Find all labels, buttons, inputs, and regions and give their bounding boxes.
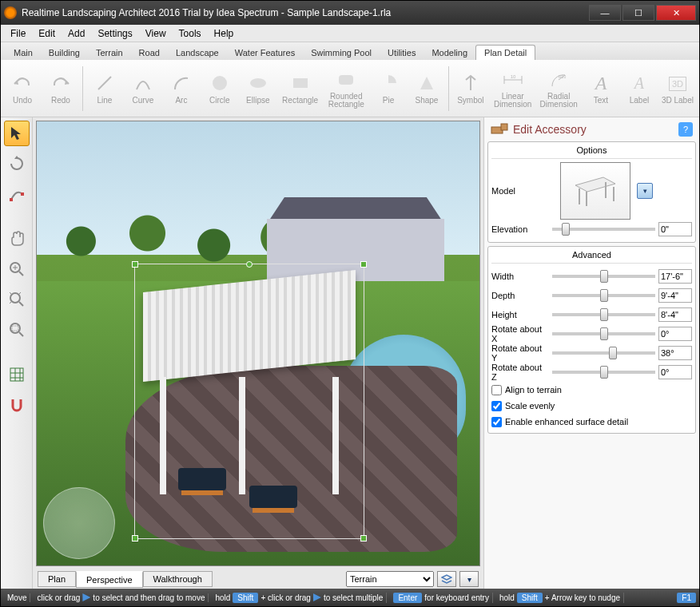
text-button[interactable]: AText	[583, 63, 619, 114]
selection-handle[interactable]	[132, 261, 138, 268]
label-button[interactable]: ALabel	[621, 63, 658, 114]
detail-checkbox-input[interactable]	[491, 417, 502, 427]
3d-viewport[interactable]	[36, 121, 480, 566]
snap-tool[interactable]	[4, 392, 30, 418]
view-tabs: Plan Perspective Walkthrough Terrain ▾	[33, 569, 483, 589]
rectangle-button[interactable]: Rectangle	[278, 63, 323, 114]
elevation-slider[interactable]	[552, 228, 655, 231]
arc-button[interactable]: Arc	[163, 63, 200, 114]
model-dropdown-button[interactable]: ▾	[637, 183, 653, 199]
panel-header: Edit Accessory ?	[487, 121, 696, 138]
rotx-slider[interactable]	[552, 332, 655, 335]
menu-help[interactable]: Help	[208, 26, 241, 41]
redo-button[interactable]: Redo	[42, 63, 79, 114]
height-label: Height	[491, 310, 549, 319]
roty-slider[interactable]	[552, 351, 655, 355]
shift-key-badge: Shift	[517, 593, 543, 603]
options-group: Options Model ▾ Elevation	[487, 141, 696, 243]
zoom-fit-tool[interactable]	[4, 287, 30, 312]
zoom-in-tool[interactable]	[4, 256, 30, 282]
menu-edit[interactable]: Edit	[32, 26, 62, 41]
status-hint-2: hold Shift + click or drag to select mul…	[212, 593, 387, 603]
tab-terrain[interactable]: Terrain	[88, 46, 131, 60]
toolbar: Undo Redo Line Curve Arc Circle Ellipse …	[1, 60, 699, 117]
roty-input[interactable]	[658, 346, 692, 360]
navigation-compass[interactable]	[43, 487, 115, 559]
pan-tool[interactable]	[4, 226, 30, 252]
rotz-slider[interactable]	[552, 371, 655, 374]
scale-evenly-checkbox[interactable]: Scale evenly	[491, 398, 692, 414]
view-tab-perspective[interactable]: Perspective	[76, 571, 142, 588]
selection-handle[interactable]	[360, 535, 367, 542]
tab-landscape[interactable]: Landscape	[168, 46, 227, 60]
depth-input[interactable]	[658, 288, 692, 303]
tab-main[interactable]: Main	[6, 46, 41, 60]
align-checkbox-input[interactable]	[491, 385, 502, 395]
view-tab-walkthrough[interactable]: Walkthrough	[143, 571, 213, 587]
rounded-rectangle-button[interactable]: Rounded Rectangle	[324, 63, 368, 114]
height-slider[interactable]	[552, 313, 655, 316]
scale-checkbox-input[interactable]	[491, 401, 502, 411]
selection-box[interactable]	[134, 264, 364, 539]
layer-select[interactable]: Terrain	[346, 571, 434, 587]
line-button[interactable]: Line	[86, 63, 123, 114]
curve-button[interactable]: Curve	[125, 63, 161, 114]
grid-tool[interactable]	[4, 362, 30, 387]
tab-pool[interactable]: Swimming Pool	[303, 46, 380, 60]
svg-rect-4	[339, 75, 353, 85]
height-input[interactable]	[658, 307, 692, 322]
tab-road[interactable]: Road	[131, 46, 168, 60]
layers-dropdown-button[interactable]: ▾	[459, 571, 479, 587]
help-button[interactable]: ?	[678, 122, 693, 137]
menu-file[interactable]: File	[4, 26, 32, 41]
tab-plan-detail[interactable]: Plan Detail	[475, 45, 535, 60]
rotx-input[interactable]	[658, 327, 692, 341]
elevation-input[interactable]	[658, 222, 692, 236]
zoom-region-tool[interactable]	[4, 317, 30, 343]
shape-button[interactable]: Shape	[408, 63, 445, 114]
selection-handle[interactable]	[360, 261, 367, 268]
rotz-input[interactable]	[658, 365, 692, 379]
pergola-thumb-icon	[567, 171, 623, 211]
width-input[interactable]	[658, 269, 692, 284]
enter-key-badge: Enter	[393, 593, 422, 603]
close-button[interactable]: ✕	[656, 5, 696, 21]
model-preview[interactable]	[560, 162, 630, 220]
svg-rect-22	[10, 368, 23, 381]
layers-button[interactable]	[437, 571, 456, 587]
selection-handle[interactable]	[132, 535, 138, 542]
tab-modeling[interactable]: Modeling	[424, 46, 475, 60]
linear-dimension-button[interactable]: 10Linear Dimension	[491, 63, 535, 114]
rotate-handle[interactable]	[246, 261, 253, 268]
menu-add[interactable]: Add	[62, 26, 91, 41]
menu-tools[interactable]: Tools	[173, 26, 208, 41]
main-area: Plan Perspective Walkthrough Terrain ▾ E…	[1, 117, 699, 589]
tab-water[interactable]: Water Features	[227, 46, 303, 60]
maximize-button[interactable]: ☐	[622, 5, 654, 21]
symbol-button[interactable]: Symbol	[452, 63, 489, 114]
path-tool[interactable]	[4, 181, 30, 207]
tab-utilities[interactable]: Utilities	[380, 46, 424, 60]
menu-settings[interactable]: Settings	[91, 26, 138, 41]
radial-dimension-button[interactable]: R10Radial Dimension	[536, 63, 581, 114]
minimize-button[interactable]: —	[589, 5, 621, 21]
tab-building[interactable]: Building	[41, 46, 88, 60]
viewport-column: Plan Perspective Walkthrough Terrain ▾	[33, 117, 483, 589]
rotate-tool[interactable]	[4, 151, 30, 177]
circle-button[interactable]: Circle	[201, 63, 238, 114]
rectangle-icon	[289, 72, 312, 94]
menu-view[interactable]: View	[139, 26, 173, 41]
width-slider[interactable]	[552, 275, 655, 278]
align-terrain-checkbox[interactable]: Align to terrain	[491, 382, 692, 398]
ellipse-button[interactable]: Ellipse	[240, 63, 276, 114]
select-tool[interactable]	[4, 121, 30, 146]
label-icon: A	[628, 72, 650, 94]
f1-key-badge[interactable]: F1	[677, 593, 696, 603]
enhanced-detail-checkbox[interactable]: Enable enhanced surface detail	[491, 414, 692, 430]
pie-button[interactable]: Pie	[370, 63, 407, 114]
window-title: Realtime Landscaping Architect 2016 Tria…	[22, 7, 589, 18]
undo-button[interactable]: Undo	[4, 63, 41, 114]
depth-slider[interactable]	[552, 294, 655, 297]
3d-label-button[interactable]: 3D3D Label	[659, 63, 696, 114]
view-tab-plan[interactable]: Plan	[38, 571, 76, 587]
